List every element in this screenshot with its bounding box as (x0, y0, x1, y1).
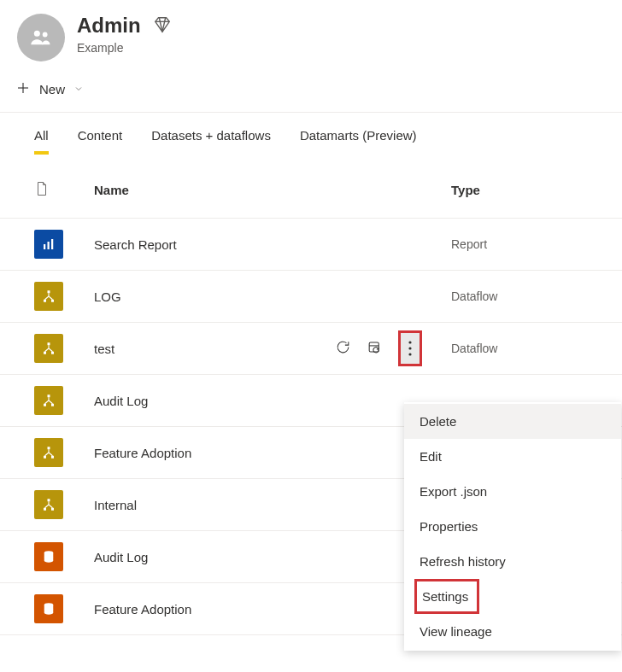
menu-item-view-lineage[interactable]: View lineage (404, 614, 621, 649)
workspace-subtitle: Example (77, 41, 172, 55)
table-row[interactable]: Search Report Report (0, 219, 622, 271)
dataset-icon (34, 542, 63, 571)
plus-icon (15, 80, 31, 98)
row-name: Audit Log (94, 550, 451, 564)
new-button[interactable]: New (15, 80, 84, 98)
table-row[interactable]: test Dataflow (0, 323, 622, 375)
settings-label: Settings (414, 579, 479, 614)
tab-datasets-dataflows[interactable]: Datasets + dataflows (151, 128, 271, 155)
row-name: Audit Log (94, 394, 451, 408)
svg-rect-7 (48, 290, 50, 293)
svg-point-23 (408, 353, 411, 355)
new-button-label: New (39, 82, 65, 96)
row-name: Internal (94, 498, 451, 512)
svg-point-21 (408, 341, 411, 343)
more-options-menu: Delete Edit Export .json Properties Refr… (404, 402, 621, 651)
workspace-avatar (17, 14, 65, 61)
workspace-title: Admin (77, 14, 141, 38)
svg-rect-8 (44, 300, 46, 302)
svg-rect-37 (44, 508, 46, 511)
dataset-icon (34, 594, 63, 623)
svg-rect-4 (44, 244, 45, 249)
tab-datamarts[interactable]: Datamarts (Preview) (300, 128, 417, 155)
svg-line-18 (49, 348, 53, 352)
svg-rect-32 (51, 456, 54, 459)
svg-line-29 (49, 400, 53, 404)
dataflow-icon (34, 334, 63, 363)
document-icon (34, 179, 94, 201)
svg-line-40 (45, 505, 50, 508)
row-actions (335, 330, 422, 366)
svg-rect-14 (44, 352, 46, 354)
row-name: Feature Adoption (94, 602, 451, 616)
menu-item-export-json[interactable]: Export .json (404, 474, 621, 509)
row-name: LOG (94, 289, 451, 304)
row-type: Dataflow (451, 342, 622, 355)
svg-rect-13 (48, 342, 50, 345)
workspace-header: Admin Example (0, 0, 622, 72)
column-type-header[interactable]: Type (451, 183, 622, 197)
svg-line-12 (49, 296, 53, 300)
premium-diamond-icon (153, 15, 172, 37)
svg-rect-26 (51, 404, 54, 406)
svg-rect-5 (48, 242, 50, 249)
svg-rect-31 (44, 456, 46, 459)
svg-rect-36 (48, 499, 50, 501)
schedule-refresh-icon[interactable] (367, 339, 383, 358)
dataflow-icon (34, 282, 63, 311)
chevron-down-icon (73, 82, 84, 96)
workspace-tabs: All Content Datasets + dataflows Datamar… (0, 113, 622, 155)
svg-rect-38 (51, 508, 54, 511)
svg-point-0 (34, 31, 40, 37)
svg-rect-15 (51, 352, 54, 354)
row-type: Dataflow (451, 289, 622, 303)
menu-item-properties[interactable]: Properties (404, 509, 621, 544)
menu-item-delete[interactable]: Delete (404, 404, 621, 439)
svg-point-22 (408, 347, 411, 349)
table-row[interactable]: LOG Dataflow (0, 271, 622, 323)
row-type: Report (451, 237, 622, 251)
svg-line-35 (49, 453, 53, 456)
svg-line-41 (49, 505, 53, 508)
dataflow-icon (34, 490, 63, 519)
tab-all[interactable]: All (34, 128, 49, 155)
report-icon (34, 230, 63, 259)
menu-item-refresh-history[interactable]: Refresh history (404, 544, 621, 579)
svg-rect-6 (51, 239, 53, 249)
svg-rect-9 (51, 300, 54, 302)
tab-content[interactable]: Content (78, 128, 123, 155)
menu-item-edit[interactable]: Edit (404, 439, 621, 474)
dataflow-icon (34, 386, 63, 415)
svg-point-1 (43, 32, 48, 38)
workspace-toolbar: New (0, 72, 622, 112)
svg-rect-24 (48, 394, 50, 397)
more-options-button[interactable] (398, 330, 422, 366)
svg-rect-30 (48, 447, 50, 449)
dataflow-icon (34, 438, 63, 467)
row-name: Search Report (94, 237, 451, 252)
menu-item-settings[interactable]: Settings (404, 579, 621, 614)
row-name: Feature Adoption (94, 446, 451, 460)
svg-line-28 (45, 400, 50, 404)
svg-line-17 (45, 348, 50, 352)
table-header: Name Type (0, 155, 622, 219)
svg-rect-25 (44, 404, 46, 406)
column-name-header[interactable]: Name (94, 183, 451, 197)
svg-line-34 (45, 453, 50, 456)
people-icon (29, 26, 53, 50)
refresh-icon[interactable] (335, 339, 351, 358)
svg-line-11 (45, 296, 50, 300)
